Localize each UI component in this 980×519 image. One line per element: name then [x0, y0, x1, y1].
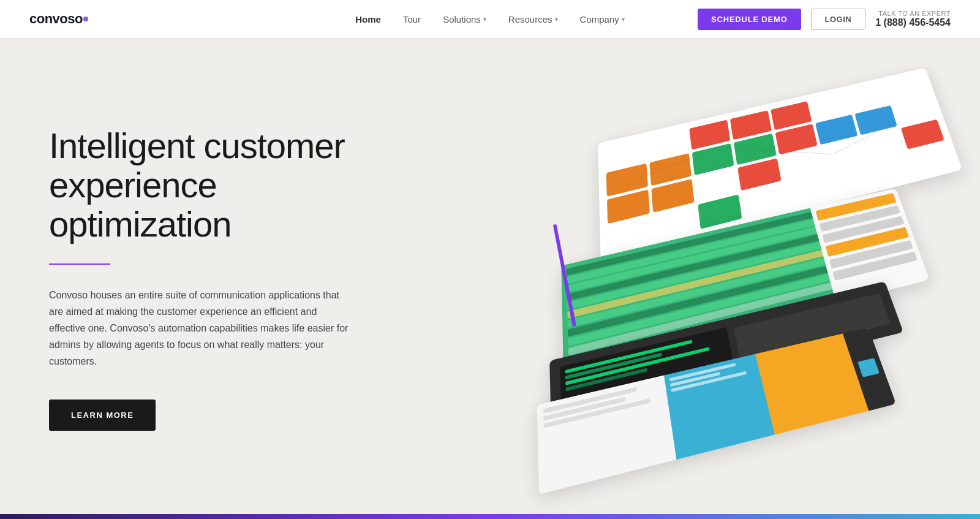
hero-content: Intelligent customer experience optimiza… [49, 126, 392, 430]
hero-divider [49, 263, 110, 265]
logo[interactable]: convoso [29, 11, 88, 27]
hero-title: Intelligent customer experience optimiza… [49, 126, 392, 243]
header-actions: SCHEDULE DEMO LOGIN TALK TO AN EXPERT 1 … [698, 9, 951, 30]
talk-expert: TALK TO AN EXPERT 1 (888) 456-5454 [875, 10, 951, 28]
main-nav: Home Tour Solutions ▾ Resources ▾ Compan… [355, 14, 625, 25]
nav-item-tour[interactable]: Tour [403, 14, 421, 25]
company-chevron-icon: ▾ [622, 16, 625, 23]
login-button[interactable]: LOGIN [811, 9, 866, 30]
site-header: convoso Home Tour Solutions ▾ Resources … [0, 0, 980, 38]
learn-more-button[interactable]: LEARN MORE [49, 400, 156, 431]
layers-container [514, 83, 980, 475]
nav-item-company[interactable]: Company ▾ [580, 14, 625, 25]
hero-section: Intelligent customer experience optimiza… [0, 38, 980, 519]
talk-expert-phone: 1 (888) 456-5454 [875, 17, 951, 28]
schedule-demo-button[interactable]: SCHEDULE DEMO [698, 9, 801, 30]
talk-expert-label: TALK TO AN EXPERT [875, 10, 951, 17]
hero-visual [514, 83, 980, 475]
term-line [565, 352, 662, 379]
dark-icon [858, 358, 880, 377]
nav-item-home[interactable]: Home [355, 14, 381, 25]
resources-chevron-icon: ▾ [555, 16, 558, 23]
nav-item-solutions[interactable]: Solutions ▾ [443, 14, 486, 25]
nav-item-resources[interactable]: Resources ▾ [508, 14, 558, 25]
solutions-chevron-icon: ▾ [483, 16, 486, 23]
logo-dot [83, 17, 88, 21]
logo-text: convoso [29, 11, 83, 27]
hero-description: Convoso houses an entire suite of commun… [49, 287, 355, 370]
footer-bar [0, 514, 980, 519]
